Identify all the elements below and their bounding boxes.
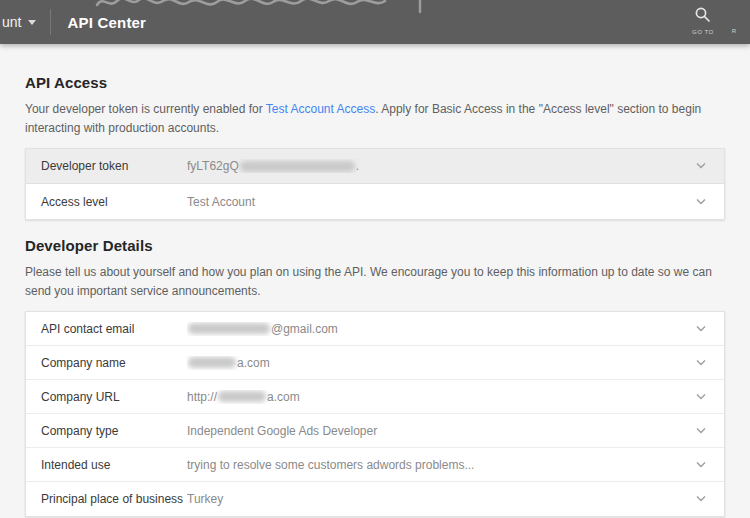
value-text: .: [356, 159, 359, 173]
expand-chevron-down-icon[interactable]: [695, 359, 707, 367]
test-account-access-link[interactable]: Test Account Access: [266, 102, 375, 116]
truncated-nav-item[interactable]: R: [732, 28, 736, 34]
settings-row-developer-token[interactable]: Developer tokenfyLT62gQ.: [26, 149, 724, 184]
row-value: Test Account: [187, 195, 685, 209]
go-to-label: GO TO: [692, 29, 714, 35]
expand-chevron-down-icon[interactable]: [695, 495, 707, 503]
expand-chevron-down-icon[interactable]: [695, 162, 707, 170]
api-access-heading: API Access: [25, 44, 725, 91]
account-menu[interactable]: unt: [0, 14, 36, 30]
settings-row-company-name[interactable]: Company namea.com: [26, 346, 724, 380]
expand-chevron-down-icon[interactable]: [695, 393, 707, 401]
value-text: Turkey: [187, 492, 223, 506]
value-text: Independent Google Ads Developer: [187, 424, 377, 438]
chevron-down-icon: [28, 20, 36, 25]
expand-chevron-down-icon[interactable]: [695, 461, 707, 469]
value-text: a.com: [267, 390, 300, 404]
redacted-value-blur: [188, 357, 236, 368]
expand-chevron-down-icon[interactable]: [695, 427, 707, 435]
redacted-value-blur: [240, 161, 355, 172]
row-value: trying to resolve some customers adwords…: [187, 458, 685, 472]
row-label: Access level: [41, 195, 187, 209]
row-value: @gmail.com: [187, 322, 685, 336]
row-value: http://a.com: [187, 390, 685, 404]
redacted-value-blur: [188, 323, 270, 334]
page-title: API Center: [67, 14, 146, 31]
settings-row-access-level[interactable]: Access levelTest Account: [26, 184, 724, 219]
expand-chevron-down-icon[interactable]: [695, 198, 707, 206]
row-label: Company type: [41, 424, 187, 438]
value-text: @gmail.com: [271, 322, 338, 336]
handwritten-scribble-redaction: [95, 0, 445, 15]
value-text: http://: [187, 390, 217, 404]
top-app-bar: unt API Center GO TO R: [0, 0, 750, 44]
description-text-before: Your developer token is currently enable…: [25, 102, 266, 116]
settings-row-intended-use[interactable]: Intended usetrying to resolve some custo…: [26, 448, 724, 482]
row-value: Independent Google Ads Developer: [187, 424, 685, 438]
row-value: fyLT62gQ.: [187, 159, 685, 173]
search-icon: [694, 6, 711, 27]
redacted-value-blur: [218, 391, 266, 402]
row-label: API contact email: [41, 322, 187, 336]
row-label: Developer token: [41, 159, 187, 173]
developer-details-heading: Developer Details: [25, 220, 725, 254]
value-text: a.com: [237, 356, 270, 370]
main-content: API Access Your developer token is curre…: [0, 44, 750, 517]
value-text: fyLT62gQ: [187, 159, 239, 173]
settings-row-api-contact-email[interactable]: API contact email@gmail.com: [26, 312, 724, 346]
api-access-table: Developer tokenfyLT62gQ.Access levelTest…: [25, 148, 725, 220]
row-label: Company URL: [41, 390, 187, 404]
row-label: Principal place of business: [41, 492, 187, 506]
row-label: Company name: [41, 356, 187, 370]
go-to-search-button[interactable]: GO TO: [692, 6, 714, 35]
expand-chevron-down-icon[interactable]: [695, 325, 707, 333]
value-text: Test Account: [187, 195, 255, 209]
settings-row-company-url[interactable]: Company URLhttp://a.com: [26, 380, 724, 414]
row-label: Intended use: [41, 458, 187, 472]
developer-details-table: API contact email@gmail.comCompany namea…: [25, 311, 725, 517]
api-access-description: Your developer token is currently enable…: [25, 100, 725, 137]
value-text: trying to resolve some customers adwords…: [187, 458, 474, 472]
account-menu-label: unt: [2, 14, 21, 30]
settings-row-company-type[interactable]: Company typeIndependent Google Ads Devel…: [26, 414, 724, 448]
header-divider: [50, 9, 51, 35]
settings-row-principal-place-of-business[interactable]: Principal place of businessTurkey: [26, 482, 724, 516]
developer-details-description: Please tell us about yourself and how yo…: [25, 263, 725, 300]
row-value: a.com: [187, 356, 685, 370]
row-value: Turkey: [187, 492, 685, 506]
